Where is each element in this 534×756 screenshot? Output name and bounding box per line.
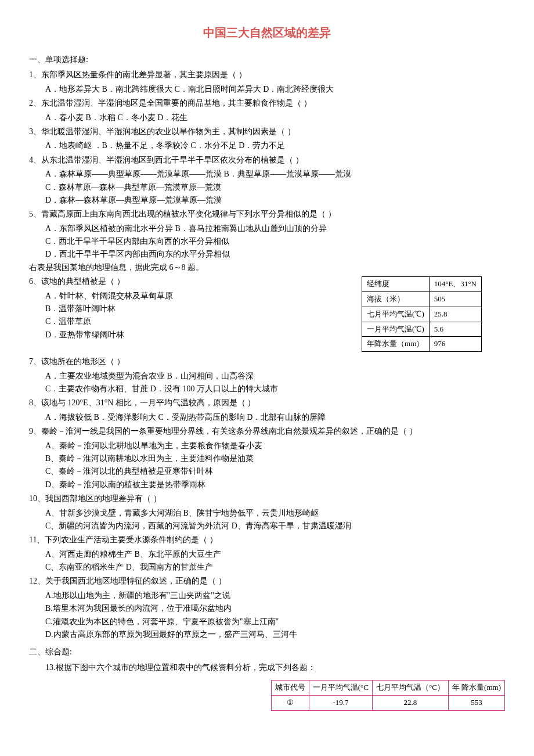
- question-4-option-c: C．森林草原—森林—典型草原—荒漠草原—荒漠: [45, 181, 505, 194]
- table-cell: 25.8: [429, 307, 481, 322]
- climate-data-table: 城市代号 一月平均气温(°C 七月平均气温（°C） 年 降水量(mm) ① -1…: [271, 680, 505, 711]
- table-row: ① -19.7 22.8 553: [271, 696, 504, 711]
- table-row: 年降水量（mm）976: [362, 337, 482, 352]
- question-4: 4、从东北温带湿润、半湿润地区到西北干旱半干旱区依次分布的植被是（ ）: [29, 154, 505, 167]
- question-7-option-a: A．主要农业地域类型为混合农业 B．山河相间，山高谷深: [45, 370, 505, 383]
- table-cell: 976: [429, 337, 481, 352]
- table-cell: ①: [271, 696, 309, 711]
- question-4-option-d: D．森林—森林草原—典型草原—荒漠草原—荒漠: [45, 194, 505, 207]
- question-3-options: A．地表崎岖 ．B．热量不足，冬季较冷 C．水分不足 D．劳力不足: [45, 139, 505, 152]
- table-cell: 553: [448, 696, 504, 711]
- question-7-option-c: C．主要农作物有水稻、甘蔗 D．没有 100 万人口以上的特大城市: [45, 383, 505, 395]
- table-row: 海拔（米）505: [362, 292, 482, 307]
- question-10: 10、我国西部地区的地理差异有（ ）: [29, 492, 505, 505]
- table-cell: 七月平均气温(℃): [362, 307, 430, 322]
- question-3: 3、华北暖温带湿润、半湿润地区的农业以旱作物为主，其制约因素是（ ）: [29, 125, 505, 138]
- table-row: 七月平均气温(℃)25.8: [362, 307, 482, 322]
- question-9: 9、秦岭－淮河一线是我国的一条重要地理分界线，有关这条分界线南北自然景观差异的叙…: [29, 425, 505, 438]
- table-cell: 一月平均气温(℃): [362, 322, 430, 337]
- question-12: 12、关于我国西北地区地理特征的叙述，正确的是（ ）: [29, 575, 505, 588]
- question-12-option-b: B.塔里木河为我国最长的内流河，位于准噶尔盆地内: [45, 602, 505, 615]
- question-12-option-a: A.地形以山地为主，新疆的地形有"三山夹两盆"之说: [45, 589, 505, 602]
- question-8-options: A．海拔较低 B．受海洋影响大 C．受副热带高压的影响 D．北部有山脉的屏障: [45, 411, 505, 424]
- question-9-option-c: C、秦岭－淮河以北的典型植被是亚寒带针叶林: [45, 465, 505, 478]
- table-header: 七月平均气温（°C）: [372, 681, 448, 696]
- table-cell: 海拔（米）: [362, 292, 430, 307]
- question-11-option-a: A、河西走廊的粮棉生产 B、东北平原的大豆生产: [45, 548, 505, 561]
- table-header: 城市代号: [271, 681, 309, 696]
- table-cell: 5.6: [429, 322, 481, 337]
- section-1-heading: 一、单项选择题:: [29, 53, 505, 66]
- question-9-option-b: B、秦岭－淮河以南耕地以水田为主，主要油料作物是油菜: [45, 452, 505, 465]
- table-header: 一月平均气温(°C: [309, 681, 372, 696]
- table-intro: 右表是我国某地的地理信息，据此完成 6～8 题。: [29, 261, 505, 274]
- question-5: 5、青藏高原面上由东南向西北出现的植被水平变化规律与下列水平分异相似的是（ ）: [29, 208, 505, 221]
- table-cell: 505: [429, 292, 481, 307]
- question-5-option-d: D．西北干旱半干旱区内部由西向东的水平分异相似: [45, 248, 505, 261]
- question-10-option-c: C、新疆的河流皆为内流河，西藏的河流皆为外流河 D、青海高寒干旱，甘肃温暖湿润: [45, 520, 505, 532]
- table-row: 城市代号 一月平均气温(°C 七月平均气温（°C） 年 降水量(mm): [271, 681, 504, 696]
- question-11-option-c: C、东南亚的稻米生产 D、我国南方的甘蔗生产: [45, 561, 505, 574]
- question-9-option-d: D、秦岭－淮河以南的植被主要是热带季雨林: [45, 478, 505, 491]
- table-cell: 22.8: [372, 696, 448, 711]
- table-header: 年 降水量(mm): [448, 681, 504, 696]
- question-8: 8、该地与 120°E、31°N 相比，一月平均气温较高，原因是（ ）: [29, 397, 505, 409]
- table-row: 一月平均气温(℃)5.6: [362, 322, 482, 337]
- question-4-option-a: A．森林草原——典型草原——荒漠草原——荒漠 B．典型草原——荒漠草原——荒漠: [45, 168, 505, 181]
- question-5-option-a: A．东部季风区植被的南北水平分异 B．喜马拉雅南翼山地从山麓到山顶的分异: [45, 222, 505, 235]
- question-5-option-c: C．西北干旱半干旱区内部由东向西的水平分异相似: [45, 235, 505, 248]
- table-cell: 年降水量（mm）: [362, 337, 430, 352]
- question-10-option-a: A、甘新多沙漠戈壁，青藏多大河湖泊 B、陕甘宁地势低平，云贵川地形崎岖: [45, 507, 505, 520]
- section-2-heading: 二、综合题:: [29, 646, 505, 658]
- question-7: 7、该地所在的地形区（ ）: [29, 355, 505, 368]
- question-13: 13.根据下图中六个城市的地理位置和表中的气候资料分析，完成下列各题：: [45, 661, 505, 674]
- question-9-option-a: A、秦岭－淮河以北耕地以旱地为主，主要粮食作物是春小麦: [45, 440, 505, 452]
- question-6: 6、该地的典型植被是（ ）: [29, 275, 505, 288]
- question-2: 2、东北温带湿润、半湿润地区是全国重要的商品基地，其主要粮食作物是（ ）: [29, 97, 505, 110]
- table-cell: -19.7: [309, 696, 372, 711]
- question-11: 11、下列农业生产活动主要受水源条件制约的是（ ）: [29, 534, 505, 546]
- question-12-option-c: C.灌溉农业为本区的特色，河套平原、宁夏平原被誉为"塞上江南": [45, 615, 505, 628]
- question-2-options: A．春小麦 B．水稻 C．冬小麦 D．花生: [45, 111, 505, 124]
- question-12-option-d: D.内蒙古高原东部的草原为我国最好的草原之一，盛产三河马、三河牛: [45, 628, 505, 641]
- question-1-options: A．地形差异大 B．南北跨纬度很大 C．南北日照时间差异大 D．南北跨经度很大: [45, 83, 505, 96]
- document-title: 中国三大自然区域的差异: [29, 23, 505, 42]
- question-1: 1、东部季风区热量条件的南北差异显著，其主要原因是（ ）: [29, 69, 505, 81]
